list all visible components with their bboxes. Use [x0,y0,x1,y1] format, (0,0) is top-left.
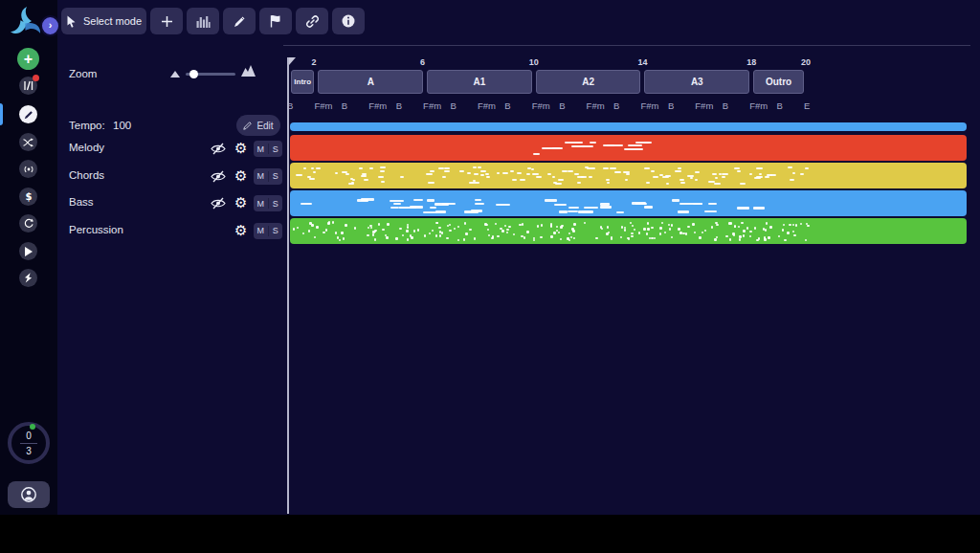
track-visibility-button[interactable] [211,143,226,155]
solo-button[interactable]: S [269,223,283,239]
tempo-edit-button[interactable]: Edit [236,115,280,136]
note [795,224,798,227]
note [582,145,594,147]
note [737,170,741,172]
zoom-label: Zoom [69,68,97,79]
note [716,224,719,227]
note [475,203,484,206]
note [541,224,544,227]
note [413,230,415,232]
note [508,226,511,229]
note [627,237,630,240]
note [486,176,490,178]
select-mode-button[interactable]: Select mode [61,8,146,34]
note [693,203,702,206]
note [792,224,795,227]
note [459,170,464,172]
section-block-a1[interactable]: A1 [427,70,532,94]
note [632,202,646,205]
chord-label: F#m [368,100,387,111]
rail-play-button[interactable] [19,242,37,260]
note [447,225,449,228]
note [454,228,456,231]
bar-number: 10 [529,57,539,67]
note [449,224,452,227]
toolbar-link-button[interactable] [296,8,328,34]
track-visibility-button[interactable] [211,170,226,183]
melody-region[interactable] [290,135,967,161]
solo-button[interactable]: S [269,141,283,157]
note [402,234,404,237]
note [704,210,718,213]
mute-button[interactable]: M [254,195,268,211]
note [429,232,431,235]
note [647,228,650,231]
eye-slash-icon [211,170,226,183]
zoom-slider-thumb[interactable] [189,70,198,78]
mute-button[interactable]: M [254,141,268,157]
section-block-intro[interactable]: Intro [291,70,314,94]
track-visibility-button[interactable] [211,197,226,210]
note [614,171,620,173]
expand-sidebar-button[interactable]: › [40,15,60,36]
rail-pencil-button[interactable] [19,105,37,123]
rail-loop-button[interactable] [19,214,37,232]
playhead[interactable] [287,57,289,514]
section-block-outro[interactable]: Outro [753,70,804,94]
note [756,167,762,169]
section-block-a2[interactable]: A2 [536,70,641,94]
toolbar-plus-button[interactable] [150,8,183,34]
note [644,206,654,209]
track-settings-button[interactable]: ⚙ [234,142,247,156]
note [531,168,534,170]
solo-button[interactable]: S [269,168,283,185]
section-block-a[interactable]: A [318,70,423,94]
rail-dollar-button[interactable]: $ [19,188,37,206]
clipped-track[interactable] [290,122,967,131]
mute-solo-group: MS [254,223,282,239]
chords-region[interactable] [290,163,967,188]
rail-bolt-button[interactable] [19,269,37,287]
note [473,166,477,168]
gear-icon: ⚙ [234,169,247,184]
note [769,226,772,229]
solo-button[interactable]: S [269,195,283,211]
track-settings-button[interactable]: ⚙ [234,224,247,238]
percussion-region[interactable] [290,218,967,244]
chord-label: F#m [532,100,550,111]
track-settings-button[interactable]: ⚙ [234,196,247,210]
rail-shuffle-button[interactable] [19,133,37,151]
zoom-in-button[interactable] [241,65,256,77]
note [369,167,373,169]
piano-roll-icon [23,80,33,91]
note [630,222,632,225]
toolbar-pencil-button[interactable] [223,8,256,34]
section-block-a3[interactable]: A3 [644,70,749,94]
toolbar-bar-chart-button[interactable] [187,8,219,34]
toolbar-info-button[interactable] [332,8,365,34]
mute-button[interactable]: M [254,223,268,239]
note [664,232,667,234]
new-composition-button[interactable]: + [17,48,39,70]
note [438,167,444,169]
note [565,142,582,144]
note [568,239,570,242]
toolbar-flag-button[interactable] [259,8,292,34]
note [680,182,685,184]
mute-button[interactable]: M [254,168,268,185]
note [512,179,517,181]
track-name: Bass [69,196,94,208]
note [716,236,718,239]
bar-number: 20 [801,57,811,67]
note [694,232,697,234]
note [533,153,541,155]
note [690,177,693,179]
account-button[interactable] [8,481,50,508]
zoom-out-button[interactable] [170,70,180,77]
note [659,227,662,230]
bass-region[interactable] [290,190,967,216]
note [611,237,612,240]
rail-broadcast-button[interactable] [19,160,37,178]
track-settings-button[interactable]: ⚙ [234,169,247,184]
note [335,232,338,234]
